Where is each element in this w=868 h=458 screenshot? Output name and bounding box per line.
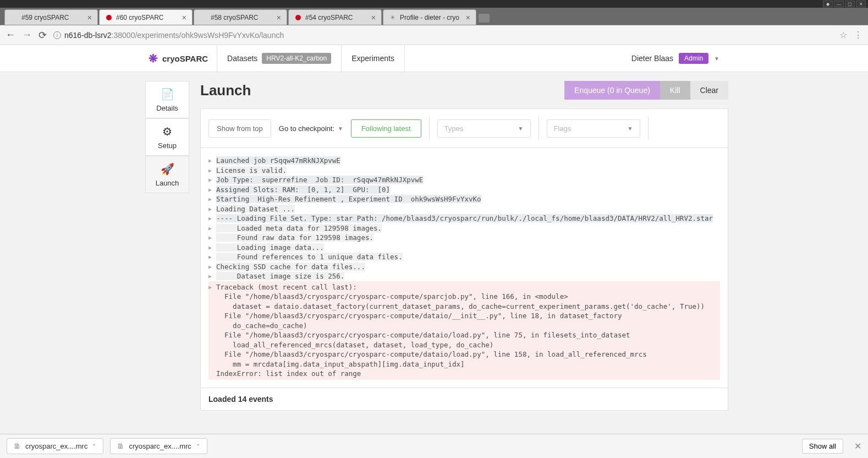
sidebar-launch-label: Launch [156, 179, 179, 187]
log-line: ▶License is valid. [208, 166, 720, 176]
log-expand-caret[interactable]: ▶ [208, 282, 216, 291]
types-placeholder: Types [444, 124, 464, 133]
log-line: ▶Traceback (most recent call last): File… [208, 281, 720, 380]
user-menu[interactable]: Dieter Blaas Admin ▼ [623, 53, 728, 64]
tab-title: Profile - dieter - cryo [400, 14, 463, 21]
browser-tab[interactable]: #59 cryoSPARC× [4, 9, 98, 25]
log-line: ▶Loading Dataset ... [208, 204, 720, 214]
back-button[interactable]: ← [6, 29, 15, 41]
log-area: ▶Launched job rSqqw47mRkNJXpvwE▶License … [201, 148, 728, 388]
sidebar-item-setup[interactable]: ⚙ Setup [145, 118, 189, 156]
log-expand-caret[interactable]: ▶ [208, 175, 216, 184]
log-text: Loading image data... [216, 243, 324, 253]
log-text: Assigned Slots: RAM: [0, 1, 2] GPU: [0] [216, 185, 390, 195]
types-select[interactable]: Types ▼ [437, 119, 531, 138]
log-text: Loaded meta data for 129598 images. [216, 223, 382, 233]
browser-tab[interactable]: #58 cryoSPARC× [194, 9, 287, 25]
log-expand-caret[interactable]: ▶ [208, 262, 216, 271]
nav-experiments-label: Experiments [351, 54, 394, 63]
forward-button[interactable]: → [22, 29, 32, 41]
tab-title: #54 cryoSPARC [305, 14, 368, 21]
log-text: Found raw data for 129598 images. [216, 233, 373, 243]
sidebar-details-label: Details [156, 104, 178, 112]
log-line: ▶Starting High-Res Refinement , Experime… [208, 194, 720, 204]
log-text: Job Type: superrefine Job ID: rSqqw47mRk… [216, 175, 423, 185]
log-text: Checking SSD cache for data files... [216, 262, 365, 272]
address-bar[interactable]: i n616-db-lsrv2:38000/experiments/ohk9ws… [53, 31, 833, 40]
log-panel: Show from top Go to checkpoint: ▼ Follow… [200, 108, 728, 411]
log-text: Starting High-Res Refinement , Experimen… [216, 194, 481, 204]
events-footer: Loaded 14 events [201, 388, 728, 410]
log-expand-caret[interactable]: ▶ [208, 252, 216, 261]
log-expand-caret[interactable]: ▶ [208, 204, 216, 213]
log-text: License is valid. [216, 166, 287, 176]
log-line: ▶ Found raw data for 129598 images. [208, 233, 720, 243]
nav-datasets[interactable]: Datasets HRV2-all-K2_carbon [217, 45, 341, 72]
close-tab-icon[interactable]: × [466, 13, 470, 22]
browser-tab[interactable]: #54 cryoSPARC× [288, 9, 382, 25]
flags-select[interactable]: Flags ▼ [547, 119, 640, 138]
log-expand-caret[interactable]: ▶ [208, 223, 216, 232]
reload-button[interactable]: ⟳ [39, 29, 47, 41]
log-line: ▶ Found references to 1 unique data file… [208, 252, 720, 262]
gears-icon: ⚙ [162, 125, 172, 138]
log-expand-caret[interactable]: ▶ [208, 271, 216, 280]
window-user-icon[interactable]: ◆ [823, 1, 833, 7]
log-toolbar: Show from top Go to checkpoint: ▼ Follow… [201, 109, 728, 148]
sidebar-item-launch[interactable]: 🚀 Launch [145, 156, 189, 193]
browser-tab[interactable]: #60 cryoSPARC× [99, 9, 193, 25]
window-minimize[interactable]: — [834, 1, 844, 7]
log-line: ▶ Loading image data... [208, 243, 720, 253]
flags-placeholder: Flags [554, 124, 572, 133]
sidebar-setup-label: Setup [158, 141, 177, 150]
main-content: Launch Enqueue (0 in Queue) Kill Clear S… [200, 81, 728, 411]
separator [648, 117, 649, 140]
window-close[interactable]: ✕ [856, 1, 866, 7]
tab-favicon [10, 14, 18, 21]
new-tab-button[interactable] [479, 14, 490, 23]
log-line: ▶Job Type: superrefine Job ID: rSqqw47mR… [208, 175, 720, 185]
sidebar: 📄 Details ⚙ Setup 🚀 Launch [145, 81, 189, 193]
clear-button[interactable]: Clear [690, 81, 728, 100]
enqueue-button[interactable]: Enqueue (0 in Queue) [564, 81, 660, 100]
log-text: Found references to 1 unique data files. [216, 252, 403, 262]
log-expand-caret[interactable]: ▶ [208, 233, 216, 242]
kill-button[interactable]: Kill [660, 81, 690, 100]
browser-tab[interactable]: ✴Profile - dieter - cryo× [383, 9, 476, 25]
log-text: ---- Loading File Set. Type: star Path: … [216, 214, 713, 223]
log-expand-caret[interactable]: ▶ [208, 185, 216, 194]
nav-experiments[interactable]: Experiments [341, 45, 405, 72]
log-text: Traceback (most recent call last): File … [216, 282, 705, 379]
following-latest-button[interactable]: Following latest [351, 119, 421, 138]
chevron-down-icon: ▼ [338, 126, 343, 132]
goto-checkpoint-dropdown[interactable]: Go to checkpoint: ▼ [279, 124, 343, 133]
log-expand-caret[interactable]: ▶ [208, 214, 216, 222]
browser-tabstrip: #59 cryoSPARC×#60 cryoSPARC×#58 cryoSPAR… [0, 8, 868, 25]
browser-toolbar: ← → ⟳ i n616-db-lsrv2:38000/experiments/… [0, 25, 868, 45]
log-expand-caret[interactable]: ▶ [208, 243, 216, 252]
sidebar-item-details[interactable]: 📄 Details [145, 81, 189, 118]
close-tab-icon[interactable]: × [182, 13, 186, 22]
close-tab-icon[interactable]: × [277, 13, 281, 22]
log-expand-caret[interactable]: ▶ [208, 166, 216, 175]
tab-favicon: ✴ [389, 14, 397, 21]
log-line: ▶Launched job rSqqw47mRkNJXpvwE [208, 156, 720, 166]
url-path: :38000/experiments/ohk9wsWsH9FvYxvKo/lau… [112, 31, 284, 40]
tab-favicon [294, 14, 302, 21]
app-topnav: ❋ cryoSPARC Datasets HRV2-all-K2_carbon … [0, 45, 868, 72]
log-expand-caret[interactable]: ▶ [208, 156, 216, 165]
tab-title: #60 cryoSPARC [116, 14, 179, 21]
site-info-icon[interactable]: i [53, 31, 61, 39]
show-from-top-button[interactable]: Show from top [208, 119, 271, 138]
app-logo[interactable]: ❋ cryoSPARC [140, 52, 217, 65]
close-tab-icon[interactable]: × [371, 13, 376, 22]
page-viewport[interactable]: ❋ cryoSPARC Datasets HRV2-all-K2_carbon … [0, 45, 868, 434]
window-maximize[interactable]: ▢ [845, 1, 855, 7]
log-line: ▶Checking SSD cache for data files... [208, 262, 720, 272]
bookmark-star-icon[interactable]: ☆ [839, 30, 847, 40]
close-tab-icon[interactable]: × [87, 13, 92, 22]
browser-menu-icon[interactable]: ⋮ [854, 30, 862, 40]
log-text: Dataset image size is 256. [216, 271, 344, 281]
chevron-down-icon: ▼ [628, 126, 633, 132]
log-expand-caret[interactable]: ▶ [208, 194, 216, 203]
